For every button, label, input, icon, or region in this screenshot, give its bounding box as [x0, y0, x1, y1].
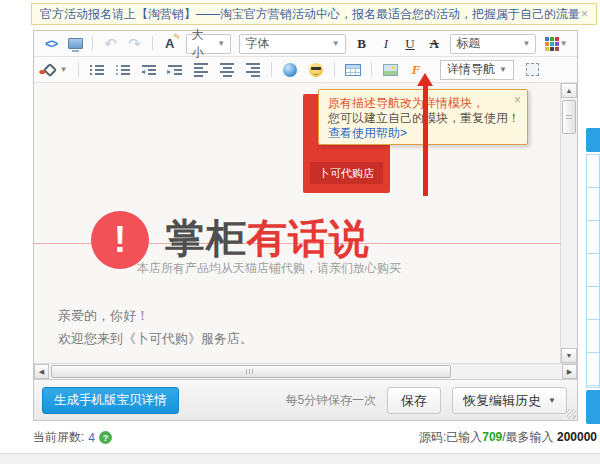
numbered-list-button[interactable] — [111, 59, 135, 81]
redo-button[interactable]: ↷ — [124, 33, 146, 55]
tooltip-close-icon[interactable]: × — [514, 93, 521, 108]
chevron-down-icon: ▼ — [326, 39, 340, 48]
chevron-down-icon: ▼ — [60, 65, 68, 74]
vertical-scrollbar-thumb[interactable] — [562, 100, 576, 134]
insert-emoji-button[interactable] — [304, 59, 328, 81]
font-family-label: 字体 — [245, 35, 269, 52]
italic-button[interactable]: I — [375, 33, 397, 55]
detail-nav-label: 详情导航 — [447, 61, 495, 78]
emoji-icon — [309, 63, 323, 77]
scroll-left-icon[interactable]: ◀ — [34, 364, 49, 379]
bold-button[interactable]: B — [351, 33, 373, 55]
save-button[interactable]: 保存 — [387, 387, 441, 414]
monitor-icon — [68, 38, 83, 49]
font-family-dropdown[interactable]: 字体 ▼ — [239, 34, 345, 54]
insert-image-button[interactable] — [378, 59, 402, 81]
fullscreen-icon[interactable] — [526, 63, 539, 76]
heading-style-dropdown[interactable]: 标题 ▼ — [450, 34, 536, 54]
indent-button[interactable] — [163, 59, 187, 81]
insert-link-button[interactable] — [278, 59, 302, 81]
table-icon — [345, 64, 361, 76]
bold-icon: B — [357, 36, 366, 52]
editor-canvas[interactable]: 卜可代购店 原有描述导航改为详情模块， 您可以建立自己的模块，重复使用！ 查看使… — [34, 83, 561, 363]
side-panel-module-icon[interactable] — [586, 128, 600, 152]
vertical-scrollbar[interactable]: ▲ ▼ — [560, 83, 577, 363]
align-center-button[interactable] — [215, 59, 239, 81]
scroll-up-icon[interactable]: ▲ — [561, 83, 577, 98]
scroll-down-icon[interactable]: ▼ — [561, 348, 577, 363]
editor-footer: 生成手机版宝贝详情 每5分钟保存一次 保存 恢复编辑历史 ▼ — [34, 379, 577, 420]
undo-button[interactable]: ↶ — [99, 33, 121, 55]
toolbar-separator — [271, 62, 272, 77]
side-panel-module-list[interactable] — [586, 154, 600, 388]
align-right-button[interactable] — [241, 59, 265, 81]
palette-icon — [545, 37, 559, 51]
source-count-mid: /最多输入 — [502, 430, 557, 444]
undo-icon: ↶ — [104, 36, 117, 51]
exclamation-icon: ! — [114, 219, 126, 261]
subheading-text: 本店所有产品均从天猫店铺代购，请亲们放心购买 — [137, 260, 401, 277]
page-title-red: 有话说 — [247, 216, 370, 260]
store-badge-label: 卜可代购店 — [319, 166, 374, 181]
outdent-icon — [142, 65, 156, 75]
paragraph-1: 亲爱的，你好！ — [58, 307, 149, 325]
chevron-down-icon: ▼ — [211, 39, 225, 48]
screen-count-status: 当前屏数: 4 ? — [33, 429, 112, 446]
font-size-label: 大小 — [192, 27, 211, 61]
underline-button[interactable]: U — [399, 33, 421, 55]
generate-mobile-detail-button[interactable]: 生成手机版宝贝详情 — [42, 387, 179, 414]
paragraph-2: 欢迎您来到《卜可代购》服务店。 — [58, 330, 253, 348]
side-panel-footer-tab[interactable] — [586, 390, 600, 424]
align-left-icon — [194, 63, 208, 77]
redo-icon: ↷ — [128, 36, 141, 51]
chevron-down-icon: ▼ — [516, 39, 530, 48]
detail-nav-button[interactable]: 详情导航 ▼ — [440, 60, 514, 80]
resize-grip[interactable] — [566, 409, 576, 419]
heading-style-label: 标题 — [456, 35, 480, 52]
editor-page: 官方活动报名请上【淘营销】——淘宝官方营销活动中心，报名最适合您的活动，把握属于… — [0, 0, 600, 464]
toolbar-separator — [371, 62, 372, 77]
align-left-button[interactable] — [189, 59, 213, 81]
strikethrough-button[interactable]: A — [423, 33, 445, 55]
banner-close-icon[interactable]: × — [581, 8, 588, 20]
screen-count-value: 4 — [88, 431, 95, 445]
chevron-down-icon: ▼ — [548, 396, 556, 405]
toolbar-row-1: <> ↶ ↷ A 大小 ▼ 字体 ▼ — [34, 31, 577, 57]
strikethrough-icon: A — [430, 36, 439, 52]
horizontal-scrollbar-thumb[interactable] — [51, 365, 451, 378]
background-fill-button[interactable]: ▼ — [40, 59, 72, 81]
scroll-right-icon[interactable]: ▶ — [562, 364, 577, 379]
promo-banner: 官方活动报名请上【淘营销】——淘宝官方营销活动中心，报名最适合您的活动，把握属于… — [31, 3, 597, 25]
source-count-value: 709 — [482, 430, 502, 444]
outdent-button[interactable] — [137, 59, 161, 81]
footer-right-group: 每5分钟保存一次 保存 恢复编辑历史 ▼ — [285, 387, 567, 414]
toolbar-separator — [334, 62, 335, 77]
font-color-icon: A — [165, 36, 174, 51]
autosave-text: 每5分钟保存一次 — [285, 392, 376, 409]
italic-icon: I — [384, 36, 388, 52]
preview-button[interactable] — [64, 33, 86, 55]
font-size-dropdown[interactable]: 大小 ▼ — [186, 34, 231, 54]
page-title: 掌柜有话说 — [165, 211, 370, 266]
promo-banner-text: 官方活动报名请上【淘营销】——淘宝官方营销活动中心，报名最适合您的活动，把握属于… — [40, 6, 581, 23]
restore-history-button[interactable]: 恢复编辑历史 ▼ — [452, 387, 567, 414]
toolbar-separator — [152, 36, 153, 51]
toolbar-separator — [78, 62, 79, 77]
source-count-status: 源码:已输入709/最多输入 200000 — [419, 429, 597, 446]
chevron-down-icon: ▼ — [560, 39, 568, 48]
indent-icon — [168, 65, 182, 75]
bullet-list-icon — [90, 65, 104, 75]
align-center-icon — [220, 63, 234, 77]
bottom-divider-strip — [0, 453, 600, 464]
bullet-list-button[interactable] — [85, 59, 109, 81]
insert-table-button[interactable] — [341, 59, 365, 81]
screen-count-label: 当前屏数: — [33, 429, 84, 446]
store-badge: 卜可代购店 — [310, 162, 383, 184]
image-icon — [383, 64, 398, 76]
source-code-button[interactable]: <> — [40, 33, 62, 55]
source-count-label: 源码:已输入 — [419, 430, 482, 444]
horizontal-scrollbar[interactable]: ◀ ▶ — [34, 363, 577, 379]
help-icon[interactable]: ? — [99, 431, 112, 444]
color-palette-button[interactable]: ▼ — [541, 33, 571, 55]
font-color-button[interactable]: A — [159, 33, 181, 55]
